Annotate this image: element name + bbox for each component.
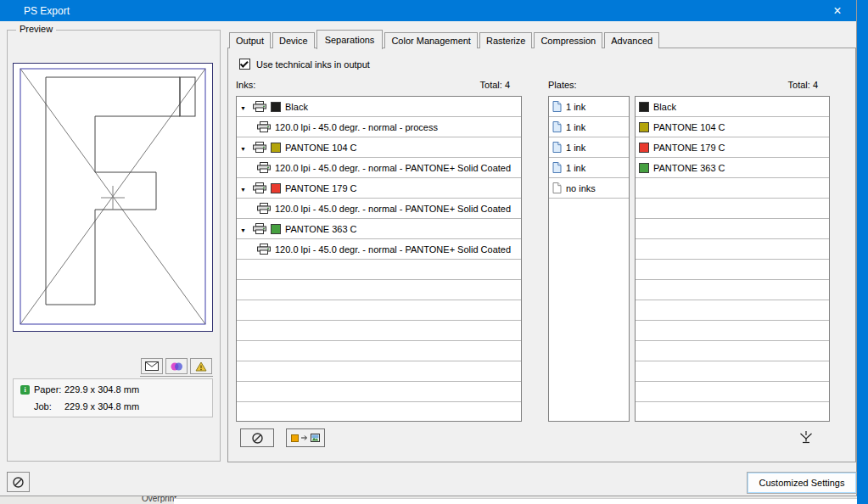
ink-row-black[interactable]: Black [237,97,521,117]
ink-name: PANTONE 363 C [285,224,357,234]
tab-advanced[interactable]: Advanced [604,32,659,48]
page-icon [552,101,562,112]
paper-label: Paper: [34,384,64,395]
empty-row [636,239,829,260]
plate-count: 1 ink [566,163,585,173]
arrow-right-icon [301,434,308,441]
info-icon [20,385,30,395]
empty-row [636,178,829,199]
printer-icon [257,244,271,255]
inks-total: Total: 4 [236,80,522,90]
printer-icon [257,203,271,214]
paper-size-row: Paper: 229.9 x 304.8 mm [20,383,212,396]
ink-name: PANTONE 179 C [285,183,357,193]
disable-output-button[interactable] [7,472,30,492]
printer-icon [253,182,266,193]
page-icon [552,162,562,173]
empty-row [237,321,521,341]
preview-artwork [14,64,212,331]
plate-row[interactable]: 1 ink [549,137,629,158]
tab-color-management[interactable]: Color Management [384,32,478,48]
printer-icon [253,101,266,112]
job-value: 229.9 x 304.8 mm [64,401,139,412]
page-icon [552,121,562,132]
close-button[interactable]: × [824,0,851,21]
ink-color-swatch [639,143,649,153]
printer-icon [257,121,271,132]
empty-row [636,199,829,219]
job-size-row: Job: 229.9 x 304.8 mm [20,400,212,413]
envelope-icon [145,361,159,371]
warnings-button[interactable] [190,358,212,374]
ink-row-pantone-104[interactable]: PANTONE 104 C [237,137,521,158]
printer-icon [253,223,266,234]
plate-ink-row[interactable]: PANTONE 363 C [636,158,829,178]
background-white-band [174,498,857,504]
background-window-edge [857,0,868,504]
empty-row [636,219,829,239]
plate-ink-name: PANTONE 363 C [653,163,725,173]
plates-label: Plates: [548,80,577,90]
technical-inks-checkbox[interactable] [239,59,250,70]
ink-screening: 120.0 lpi - 45.0 degr. - normal - proces… [275,122,438,132]
collapse-icon[interactable] [240,102,249,112]
tab-output[interactable]: Output [229,32,271,48]
empty-row [237,300,521,321]
ink-to-image-button[interactable] [286,428,325,447]
window-title: PS Export [24,5,70,17]
plate-ink-row[interactable]: PANTONE 104 C [636,117,829,137]
plate-row[interactable]: 1 ink [549,158,629,178]
ink-screening: 120.0 lpi - 45.0 degr. - normal - PANTON… [275,163,511,173]
ink-color-swatch [639,102,649,112]
tab-strip: Output Device Separations Color Manageme… [229,31,661,48]
ink-screening-row[interactable]: 120.0 lpi - 45.0 degr. - normal - PANTON… [237,199,521,219]
collapse-icon[interactable] [240,143,249,153]
plate-ink-name: Black [653,102,676,112]
printer-icon [253,142,266,153]
plate-row[interactable]: 1 ink [549,97,629,117]
ink-row-pantone-179[interactable]: PANTONE 179 C [237,178,521,199]
empty-row [636,361,829,382]
empty-row [237,280,521,300]
empty-row [636,280,829,300]
ink-screening-row[interactable]: 120.0 lpi - 45.0 degr. - normal - proces… [237,117,521,137]
ink-well-button[interactable] [795,428,817,445]
collapse-icon[interactable] [240,224,249,234]
tab-device[interactable]: Device [272,32,315,48]
paper-value: 229.9 x 304.8 mm [64,384,139,395]
plate-ink-row[interactable]: PANTONE 179 C [636,137,829,158]
customized-settings-button[interactable]: Customized Settings [748,473,856,493]
ink-screening: 120.0 lpi - 45.0 degr. - normal - PANTON… [275,244,511,255]
image-icon [311,434,320,442]
ink-screening-row[interactable]: 120.0 lpi - 45.0 degr. - normal - PANTON… [237,239,521,260]
customized-settings-label: Customized Settings [759,478,845,488]
ink-color-swatch [639,122,649,132]
annotation-note-button[interactable] [141,358,163,374]
plate-ink-row[interactable]: Black [636,97,829,117]
empty-plate-row[interactable]: no inks [549,178,629,199]
plate-count: 1 ink [566,122,585,132]
printer-icon [257,162,271,173]
plate-count: 1 ink [566,143,585,153]
tab-separations[interactable]: Separations [316,30,384,49]
no-output-button[interactable] [240,428,274,447]
plate-ink-name: PANTONE 104 C [653,122,725,132]
ink-color-swatch [271,183,281,193]
plate-row[interactable]: 1 ink [549,117,629,137]
technical-inks-row: Use technical inks in output [239,59,370,70]
ink-row-pantone-363[interactable]: PANTONE 363 C [237,219,521,239]
color-preview-button[interactable] [165,358,188,374]
ink-color-swatch [271,102,281,112]
empty-plate-label: no inks [566,183,596,193]
preview-toolbar [140,357,213,377]
ps-export-dialog: PS Export × Preview [0,0,857,496]
empty-row [237,341,521,361]
warning-icon [195,361,207,372]
ink-name: PANTONE 104 C [285,143,357,153]
tab-compression[interactable]: Compression [534,32,602,48]
tab-rasterize[interactable]: Rasterize [479,32,532,48]
plates-total: Total: 4 [635,80,830,90]
ink-screening-row[interactable]: 120.0 lpi - 45.0 degr. - normal - PANTON… [237,158,521,178]
collapse-icon[interactable] [240,183,249,193]
empty-row [237,361,521,382]
